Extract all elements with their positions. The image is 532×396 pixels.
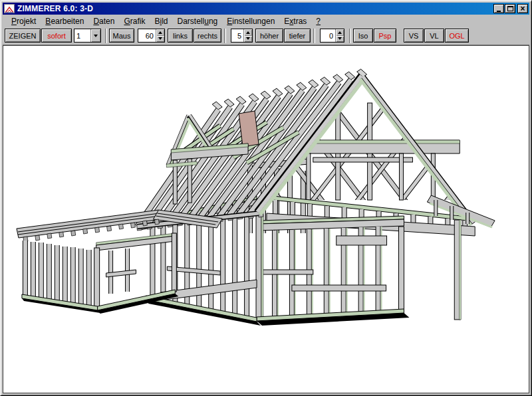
rotate-spin-up-button[interactable] xyxy=(156,29,164,36)
offset-spin-up-button[interactable] xyxy=(336,29,344,36)
close-icon: × xyxy=(520,5,525,13)
app-window: ZIMMERER 6.0: 3-D × Projekt Bearbeiten D… xyxy=(0,0,532,396)
hoeher-button[interactable]: höher xyxy=(255,29,283,43)
rechts-button[interactable]: rechts xyxy=(194,29,221,43)
toolbar-separator xyxy=(224,29,226,43)
step-spin-up-button[interactable] xyxy=(244,29,252,36)
step-value-input[interactable] xyxy=(231,29,243,42)
spin-up-icon xyxy=(158,31,162,34)
menu-extras[interactable]: Extras xyxy=(279,15,311,27)
offset-spinner[interactable] xyxy=(320,29,344,43)
vl-button[interactable]: VL xyxy=(424,29,444,43)
zeigen-button[interactable]: ZEIGEN xyxy=(5,29,41,43)
vs-button[interactable]: VS xyxy=(404,29,424,43)
maximize-button[interactable] xyxy=(505,4,515,13)
drawing-canvas[interactable] xyxy=(3,45,529,393)
toolbar: ZEIGEN sofort Maus links rechts höher ti… xyxy=(3,28,529,45)
rotate-spin-down-button[interactable] xyxy=(156,36,164,43)
window-title: ZIMMERER 6.0: 3-D xyxy=(17,4,493,13)
sofort-button[interactable]: sofort xyxy=(41,29,72,43)
title-bar: ZIMMERER 6.0: 3-D × xyxy=(3,3,529,15)
step-spin-down-button[interactable] xyxy=(244,36,252,43)
links-button[interactable]: links xyxy=(168,29,193,43)
rotate-value-input[interactable] xyxy=(138,29,156,42)
maximize-icon xyxy=(507,6,513,11)
offset-value-input[interactable] xyxy=(321,29,335,42)
menu-bild[interactable]: Bild xyxy=(150,15,172,27)
ogl-button[interactable]: OGL xyxy=(445,29,469,43)
menu-bearbeiten[interactable]: Bearbeiten xyxy=(41,15,88,27)
menu-grafik[interactable]: Grafik xyxy=(119,15,150,27)
menu-bar: Projekt Bearbeiten Daten Grafik Bild Dar… xyxy=(3,15,529,28)
offset-spin-down-button[interactable] xyxy=(336,36,344,43)
minimize-button[interactable] xyxy=(493,4,504,13)
layer-select-arrow-button[interactable] xyxy=(90,29,100,42)
maus-button[interactable]: Maus xyxy=(109,29,134,43)
house-3d-drawing xyxy=(3,46,529,393)
spin-up-icon xyxy=(246,31,250,34)
iso-button[interactable]: Iso xyxy=(353,29,373,43)
toolbar-separator xyxy=(313,29,315,43)
rotate-spinner[interactable] xyxy=(138,29,165,43)
spin-up-icon xyxy=(338,31,342,34)
toolbar-separator xyxy=(105,29,107,43)
lean-to xyxy=(17,210,222,314)
spin-down-icon xyxy=(158,37,162,40)
close-button[interactable]: × xyxy=(517,4,528,13)
chevron-down-icon xyxy=(94,35,98,37)
toolbar-separator xyxy=(349,29,351,43)
menu-daten[interactable]: Daten xyxy=(88,15,119,27)
tiefer-button[interactable]: tiefer xyxy=(284,29,311,43)
step-spinner[interactable] xyxy=(231,29,253,43)
spin-down-icon xyxy=(338,37,342,40)
menu-hilfe[interactable]: ? xyxy=(311,15,325,27)
minimize-icon xyxy=(497,11,501,12)
layer-select[interactable] xyxy=(74,29,101,43)
menu-darstellung[interactable]: Darstellung xyxy=(173,15,223,27)
app-icon xyxy=(4,4,15,13)
porch-overhang xyxy=(427,195,495,320)
layer-select-value[interactable] xyxy=(74,29,90,42)
psp-button[interactable]: Psp xyxy=(374,29,396,43)
menu-einstellungen[interactable]: Einstellungen xyxy=(222,15,279,27)
menu-projekt[interactable]: Projekt xyxy=(7,15,41,27)
spin-down-icon xyxy=(246,37,250,40)
